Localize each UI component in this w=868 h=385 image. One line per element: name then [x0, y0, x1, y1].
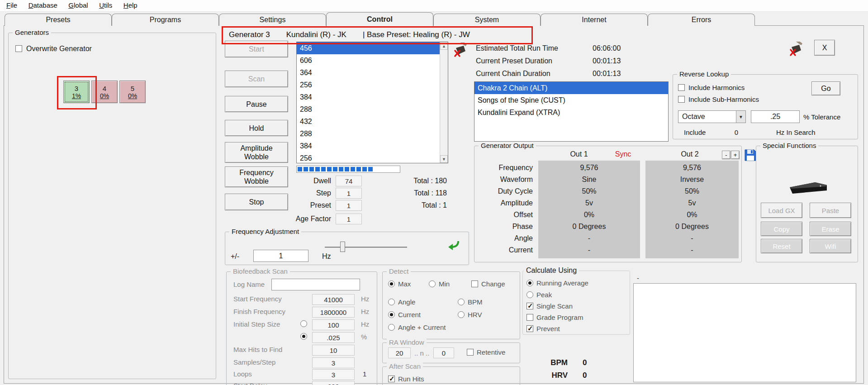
undo-adjustment-icon[interactable]: [447, 238, 460, 252]
paste-button[interactable]: Paste: [810, 203, 851, 218]
step-hz-radio[interactable]: [300, 320, 307, 327]
scroll-down-icon[interactable]: ▼: [440, 155, 448, 163]
step-hz-value[interactable]: 100: [312, 319, 355, 330]
frequency-item[interactable]: 384: [297, 140, 440, 152]
peak-label[interactable]: Peak: [536, 291, 552, 299]
prevent-checkbox[interactable]: [526, 325, 533, 332]
hold-button[interactable]: Hold: [225, 120, 288, 136]
grade-program-checkbox[interactable]: [526, 314, 533, 321]
peak-radio[interactable]: [526, 291, 533, 298]
single-scan-label[interactable]: Single Scan: [536, 302, 573, 310]
detect-min-radio[interactable]: [429, 280, 436, 287]
running-average-radio[interactable]: [526, 280, 533, 286]
go-button[interactable]: Go: [811, 81, 840, 95]
tab-control[interactable]: Control: [326, 12, 433, 26]
detect-change-checkbox[interactable]: [471, 280, 478, 287]
preset-value[interactable]: 1: [336, 200, 362, 211]
log-name-input[interactable]: [271, 279, 360, 290]
running-average-label[interactable]: Running Average: [536, 279, 588, 287]
retentive-checkbox[interactable]: [467, 349, 474, 356]
frequency-item[interactable]: 606: [297, 54, 440, 67]
detect-current-label[interactable]: Current: [398, 311, 421, 318]
tab-programs[interactable]: Programs: [112, 14, 219, 26]
prevent-label[interactable]: Prevent: [536, 325, 560, 333]
frequency-wobble-button[interactable]: Frequency Wobble: [225, 166, 288, 187]
dwell-value[interactable]: 74: [336, 176, 362, 186]
detect-max-radio[interactable]: [388, 280, 395, 287]
include-sub-harmonics-checkbox[interactable]: [678, 96, 685, 103]
chevron-down-icon[interactable]: ▼: [736, 111, 745, 123]
chain-item[interactable]: Songs of the Spine (CUST): [474, 94, 668, 106]
frequency-item[interactable]: 288: [297, 103, 440, 115]
detect-max-label[interactable]: Max: [398, 280, 411, 288]
chain-item[interactable]: Kundalini Expand (XTRA): [474, 106, 668, 119]
output-plus-button[interactable]: +: [731, 151, 740, 159]
start-delay-value[interactable]: 200: [312, 381, 355, 385]
samples-step-value[interactable]: 3: [312, 357, 355, 368]
ra-window-value1[interactable]: 20: [388, 347, 411, 358]
output-minus-button[interactable]: -: [722, 151, 730, 159]
wifi-button[interactable]: Wifi: [810, 239, 851, 253]
step-percent-radio[interactable]: [300, 333, 307, 340]
menu-global[interactable]: Global: [64, 0, 92, 10]
max-hits-value[interactable]: 10: [312, 345, 355, 356]
detect-angle-radio[interactable]: [388, 299, 395, 305]
adjustment-slider-track[interactable]: [325, 247, 407, 248]
run-hits-checkbox[interactable]: [388, 375, 395, 382]
save-icon[interactable]: [744, 148, 757, 162]
frequency-item[interactable]: 364: [297, 67, 440, 79]
tab-system[interactable]: System: [433, 14, 541, 26]
overwrite-generator-checkbox[interactable]: [15, 45, 22, 52]
include-sub-harmonics-label[interactable]: Include Sub-Harmonics: [688, 95, 759, 103]
pause-button[interactable]: Pause: [225, 96, 288, 112]
generator-button-4[interactable]: 4 0%: [91, 81, 118, 103]
clear-all-icon[interactable]: [787, 42, 802, 57]
detect-hrv-radio[interactable]: [458, 311, 465, 318]
age-factor-value[interactable]: 1: [336, 214, 362, 224]
menu-utils[interactable]: Utils: [95, 0, 117, 10]
results-box[interactable]: [633, 283, 856, 382]
frequency-scrollbar[interactable]: ▲ ▼: [440, 42, 448, 163]
load-gx-button[interactable]: Load GX: [761, 203, 802, 218]
ra-window-value2[interactable]: 0: [433, 347, 454, 358]
generator-button-3[interactable]: 3 1%: [63, 81, 90, 103]
menu-file[interactable]: File: [2, 0, 22, 10]
start-frequency-value[interactable]: 41000: [312, 294, 355, 305]
frequency-item[interactable]: 384: [297, 91, 440, 103]
copy-button[interactable]: Copy: [761, 222, 802, 236]
adjustment-slider-thumb[interactable]: [340, 242, 345, 252]
detect-angle-current-radio[interactable]: [388, 324, 395, 331]
finish-frequency-value[interactable]: 1800000: [312, 307, 355, 318]
retentive-label[interactable]: Retentive: [477, 348, 505, 356]
detect-change-label[interactable]: Change: [481, 280, 505, 288]
scan-button[interactable]: Scan: [225, 71, 288, 87]
grade-program-label[interactable]: Grade Program: [536, 314, 583, 321]
include-harmonics-label[interactable]: Include Harmonics: [688, 84, 745, 91]
step-value[interactable]: 1: [336, 188, 362, 199]
loops-value[interactable]: 3: [312, 369, 355, 380]
detect-min-label[interactable]: Min: [439, 280, 450, 288]
close-button[interactable]: X: [814, 40, 835, 56]
tab-settings[interactable]: Settings: [219, 14, 326, 26]
tab-errors[interactable]: Errors: [648, 14, 755, 26]
tolerance-input[interactable]: .25: [751, 110, 800, 123]
frequency-listbox[interactable]: 456 606 364 256 384 288 432 288 384 256 …: [296, 42, 448, 163]
reset-button[interactable]: Reset: [761, 239, 802, 253]
detect-angle-label[interactable]: Angle: [398, 298, 415, 306]
frequency-item[interactable]: 456: [297, 42, 440, 54]
frequency-item[interactable]: 288: [297, 128, 440, 140]
generator-button-5[interactable]: 5 0%: [119, 81, 146, 103]
scroll-up-icon[interactable]: ▲: [440, 42, 448, 50]
step-percent-value[interactable]: .025: [312, 332, 355, 343]
detect-bpm-label[interactable]: BPM: [468, 298, 483, 306]
tab-internet[interactable]: Internet: [541, 14, 648, 26]
frequency-item[interactable]: 256: [297, 152, 440, 163]
erase-button[interactable]: Erase: [810, 222, 851, 236]
detect-bpm-radio[interactable]: [458, 299, 465, 305]
amplitude-wobble-button[interactable]: Amplitude Wobble: [225, 142, 288, 163]
overwrite-generator-label[interactable]: Overwrite Generator: [26, 45, 92, 53]
frequency-item[interactable]: 256: [297, 79, 440, 91]
menu-database[interactable]: Database: [24, 0, 62, 10]
clear-frequencies-icon[interactable]: [451, 43, 467, 58]
detect-angle-current-label[interactable]: Angle + Current: [398, 323, 446, 331]
